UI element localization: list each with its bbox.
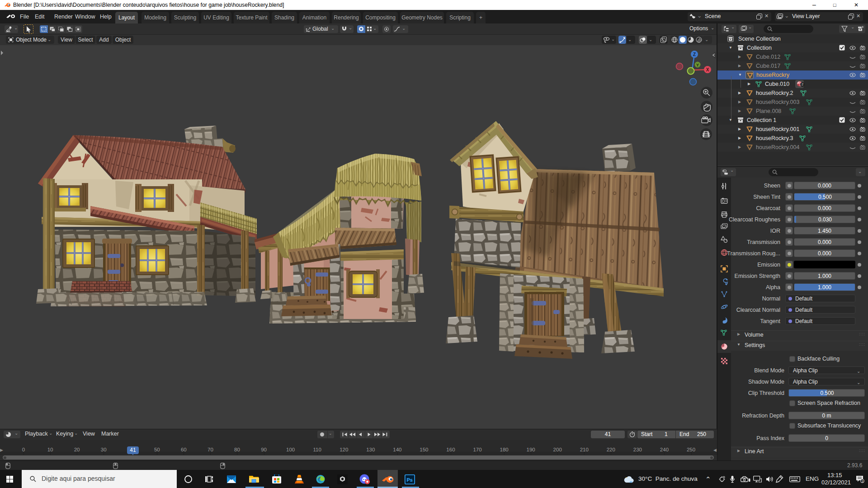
svg-text:Y: Y xyxy=(696,63,699,67)
svg-text:Z: Z xyxy=(693,52,696,57)
svg-text:3: 3 xyxy=(861,479,863,483)
svg-text:Ps: Ps xyxy=(407,477,413,483)
svg-text:X: X xyxy=(706,67,709,72)
